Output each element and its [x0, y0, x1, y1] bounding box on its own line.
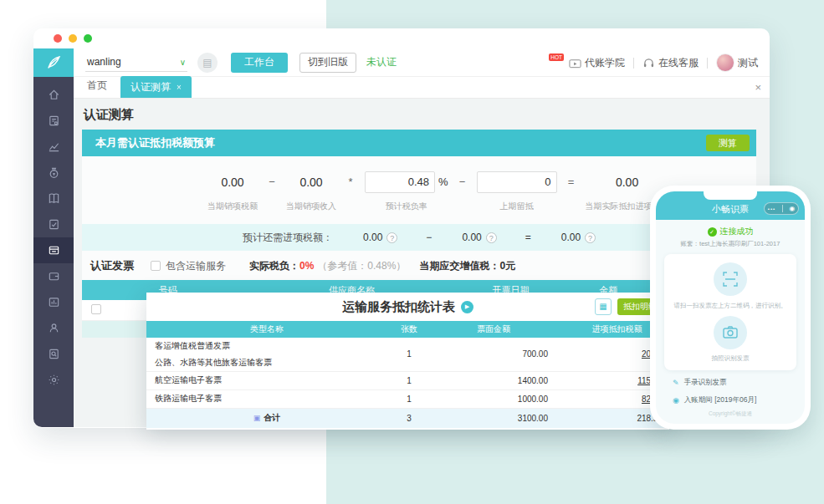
- sidebar-item-reports[interactable]: [33, 134, 74, 160]
- divider: [707, 58, 708, 69]
- online-support-link[interactable]: 在线客服: [642, 56, 699, 70]
- not-certified-status: 未认证: [366, 55, 397, 69]
- output-tax-label: 当期销项税额: [207, 201, 258, 212]
- video-tutorial-icon[interactable]: ▶: [461, 301, 473, 313]
- minus-operator: −: [426, 232, 432, 243]
- page-title: 认证测算: [84, 107, 756, 123]
- sidebar-item-invoice-active[interactable]: [33, 237, 74, 263]
- vat-label: 当期应交增值税：: [419, 260, 499, 272]
- tab-bar: 首页 认证测算 × ×: [74, 77, 770, 99]
- tab-home[interactable]: 首页: [87, 79, 107, 93]
- miniapp-capsule: ••• ◉: [764, 202, 799, 215]
- include-transport-label: 包含运输服务: [166, 259, 226, 273]
- workbench-button[interactable]: 工作台: [231, 53, 288, 73]
- calculate-button[interactable]: 测算: [706, 135, 750, 151]
- sidebar-item-statements[interactable]: [33, 289, 74, 315]
- minus-operator: −: [258, 171, 286, 212]
- sidebar-item-checkout[interactable]: [33, 211, 74, 237]
- sidebar-item-voucher[interactable]: [33, 108, 74, 134]
- certified-invoices-title: 认证发票: [90, 258, 134, 273]
- switch-old-version-button[interactable]: 切到旧版: [299, 53, 356, 73]
- carryover-input[interactable]: 0: [477, 171, 557, 193]
- mac-titlebar: [33, 28, 770, 48]
- need-value-b: 0.00: [462, 232, 481, 243]
- sidebar-item-ledger[interactable]: [33, 186, 74, 211]
- status-text: 连接成功: [720, 226, 754, 237]
- user-menu[interactable]: 测试: [716, 53, 758, 72]
- doc-check-icon: [48, 218, 60, 231]
- account-name: wanling: [85, 56, 180, 68]
- sidebar-item-settings[interactable]: [33, 367, 74, 393]
- face-amount: 1400.00: [439, 371, 571, 389]
- help-icon[interactable]: ?: [585, 232, 596, 243]
- actual-tax-value: 0%: [299, 260, 314, 272]
- phone-mockup: 小畅识票 ••• ◉ ✓ 连接成功 账套：test上海长惠印刷厂101-2017…: [650, 186, 811, 430]
- table-row: 铁路运输电子客票 1 1000.00 82.57: [146, 389, 669, 408]
- header-checkbox-column: [82, 280, 111, 300]
- total-row: ▣合计 3 3100.00 218.56: [146, 408, 669, 428]
- output-income-label: 当期销项收入: [286, 201, 336, 212]
- divider: [782, 205, 783, 212]
- total-count: 3: [379, 408, 439, 428]
- total-face-amount: 3100.00: [439, 408, 571, 428]
- help-icon[interactable]: ?: [486, 232, 497, 243]
- username: 测试: [738, 56, 758, 70]
- export-icon[interactable]: ▦: [595, 298, 612, 315]
- table-row: 航空运输电子客票 1 1400.00 115.60: [146, 371, 669, 389]
- minus-operator: −: [448, 171, 477, 212]
- app-header: wanling ∨ ▤ 工作台 切到旧版 未认证 HOT 代账学院 在线客服 测…: [33, 48, 770, 77]
- memo-icon[interactable]: ▤: [197, 53, 218, 73]
- tabbar-close-icon[interactable]: ×: [755, 81, 761, 94]
- tab-renzheng-cesuan[interactable]: 认证测算 ×: [120, 76, 192, 98]
- include-transport-checkbox[interactable]: [151, 261, 161, 271]
- ticket-count: 1: [379, 371, 439, 389]
- column-header-count: 张数: [379, 321, 439, 338]
- check-icon: ✓: [708, 227, 717, 237]
- budget-banner: 本月需认证抵扣税额预算 测算: [82, 130, 756, 156]
- sidebar-item-assets[interactable]: [33, 341, 74, 367]
- need-value-a: 0.00: [363, 232, 382, 243]
- tab-label: 认证测算: [131, 80, 171, 94]
- ticket-count: 1: [379, 338, 439, 371]
- row-checkbox[interactable]: [91, 304, 101, 314]
- sidebar-item-funds[interactable]: [33, 160, 74, 186]
- minimize-icon[interactable]: ◉: [789, 206, 795, 212]
- sidebar-item-cashier[interactable]: [33, 263, 74, 289]
- chart-icon: [48, 140, 60, 153]
- sidebar-item-home[interactable]: [33, 82, 74, 108]
- voucher-icon: [48, 115, 60, 127]
- phone-notch: [704, 191, 757, 200]
- tab-close-icon[interactable]: ×: [177, 83, 182, 92]
- actual-tax-label: 实际税负：: [249, 260, 299, 272]
- vat-value: 0元: [499, 260, 515, 272]
- online-support-label: 在线客服: [658, 56, 699, 70]
- column-header-face-amount: 票面金额: [439, 321, 571, 338]
- help-icon[interactable]: ?: [386, 232, 397, 243]
- minimize-window-button[interactable]: [69, 34, 77, 43]
- video-icon: [569, 58, 581, 69]
- camera-capture-button[interactable]: [714, 316, 747, 349]
- manual-entry-row[interactable]: ✎ 手录识别发票: [673, 378, 805, 388]
- table-row: 客运增值税普通发票公路、水路等其他旅客运输客票 1 700.00 20.39: [146, 338, 669, 371]
- posting-period-row[interactable]: ◉ 入账期间 [2019年06月]: [673, 395, 805, 405]
- scan-qr-button[interactable]: [714, 262, 747, 296]
- sidebar-item-salary[interactable]: [33, 315, 74, 341]
- tax-rate-input[interactable]: 0.48: [365, 171, 435, 193]
- camera-icon: [722, 324, 739, 341]
- column-header-type: 类型名称: [146, 321, 379, 338]
- zoom-window-button[interactable]: [84, 34, 92, 43]
- transport-table: 类型名称 张数 票面金额 进项抵扣税额 客运增值税普通发票公路、水路等其他旅客运…: [146, 321, 669, 428]
- more-options-icon[interactable]: •••: [768, 206, 775, 211]
- face-amount: 700.00: [439, 338, 571, 371]
- account-select[interactable]: wanling ∨: [85, 53, 187, 72]
- posting-period-label: 入账期间 [2019年06月]: [684, 395, 756, 405]
- chevron-down-icon: ∨: [180, 58, 186, 67]
- multiply-operator: *: [336, 171, 365, 212]
- need-label: 预计还需进项税额：: [243, 231, 333, 245]
- face-amount: 1000.00: [439, 389, 571, 408]
- home-icon: [48, 89, 60, 101]
- type-name-line2: 公路、水路等其他旅客运输客票: [155, 357, 379, 369]
- close-window-button[interactable]: [54, 34, 62, 43]
- academy-link[interactable]: 代账学院: [569, 56, 625, 70]
- miniapp-title: 小畅识票: [712, 203, 749, 216]
